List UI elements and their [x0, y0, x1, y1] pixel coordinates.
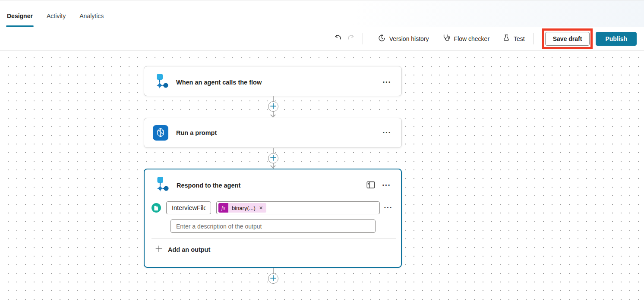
node-title: Respond to the agent — [177, 182, 358, 189]
node-header: When an agent calls the flow ··· — [144, 66, 401, 98]
node-header-actions: ··· — [366, 180, 391, 191]
add-output-button[interactable]: Add an output — [155, 244, 211, 255]
more-menu-button[interactable]: ··· — [382, 128, 392, 138]
connector-line — [273, 268, 274, 274]
publish-button[interactable]: Publish — [596, 32, 637, 46]
connector-arrow-icon — [270, 163, 276, 169]
tab-analytics-label: Analytics — [79, 13, 104, 19]
output-row-more-button[interactable]: ··· — [383, 203, 393, 213]
save-draft-highlight-area: Save draft — [545, 32, 590, 46]
test-button[interactable]: Test — [499, 31, 528, 46]
agent-flow-icon — [153, 176, 169, 194]
tab-designer[interactable]: Designer — [6, 5, 34, 27]
ai-brain-icon — [152, 125, 169, 141]
tab-activity[interactable]: Activity — [46, 5, 66, 27]
tab-analytics[interactable]: Analytics — [79, 5, 104, 27]
flow-canvas[interactable]: When an agent calls the flow ··· — [0, 51, 644, 307]
node-when-an-agent-calls-the-flow[interactable]: When an agent calls the flow ··· — [144, 66, 402, 96]
undo-button[interactable] — [331, 32, 344, 46]
plus-icon — [270, 155, 276, 162]
toolbar-divider-2 — [534, 33, 534, 44]
expression-chip-label: binary(...) — [232, 205, 256, 211]
version-history-button[interactable]: Version history — [374, 31, 432, 46]
undo-icon — [334, 34, 342, 44]
node-respond-to-the-agent[interactable]: Respond to the agent ··· — [144, 169, 402, 268]
fx-expression-icon: fx — [218, 203, 228, 213]
insert-action-plus-button[interactable] — [268, 101, 278, 112]
save-draft-button[interactable]: Save draft — [545, 32, 590, 46]
redo-icon — [347, 34, 355, 44]
node-title: When an agent calls the flow — [176, 79, 374, 86]
toolbar-divider — [363, 33, 363, 44]
file-type-badge — [152, 203, 161, 213]
node-run-a-prompt[interactable]: Run a prompt ··· — [144, 118, 402, 148]
insert-action-plus-button[interactable] — [268, 273, 278, 284]
node-header: Respond to the agent ··· — [145, 169, 401, 201]
active-tab-underline — [6, 25, 34, 27]
flow-designer-app: Designer Activity Analytics — [0, 0, 644, 307]
stethoscope-icon — [442, 34, 451, 44]
more-menu-button[interactable]: ··· — [382, 78, 392, 88]
output-name-input[interactable] — [166, 201, 211, 214]
flow-checker-button[interactable]: Flow checker — [439, 31, 493, 46]
output-description-input[interactable] — [170, 219, 376, 233]
respond-node-body: fx binary(...) ✕ ··· — [145, 201, 401, 275]
more-menu-button[interactable]: ··· — [381, 181, 391, 191]
agent-flow-icon — [152, 73, 169, 91]
output-value-input[interactable]: fx binary(...) ✕ — [216, 201, 380, 214]
history-clock-icon — [378, 34, 386, 44]
beaker-icon — [502, 34, 510, 43]
plus-icon — [155, 245, 162, 254]
description-row — [170, 219, 376, 233]
node-title: Run a prompt — [176, 129, 374, 136]
plus-icon — [270, 103, 276, 110]
add-output-label: Add an output — [168, 246, 210, 253]
redo-button[interactable] — [344, 32, 357, 46]
expression-token-chip[interactable]: fx binary(...) ✕ — [218, 203, 266, 213]
expression-chip-body: binary(...) ✕ — [228, 203, 266, 213]
connector-arrow-icon — [270, 112, 276, 118]
version-history-label: Version history — [389, 35, 429, 42]
tab-designer-label: Designer — [7, 13, 33, 19]
plus-icon — [270, 275, 276, 282]
designer-toolbar: Version history Flow checker Test — [0, 27, 644, 51]
node-header: Run a prompt ··· — [144, 118, 401, 147]
card-divider — [152, 238, 396, 239]
test-label: Test — [514, 35, 525, 42]
tab-activity-label: Activity — [47, 13, 66, 19]
remove-expression-icon[interactable]: ✕ — [259, 206, 263, 210]
side-panel-icon — [366, 181, 375, 190]
flow-checker-label: Flow checker — [454, 35, 489, 42]
insert-action-plus-button[interactable] — [268, 153, 278, 163]
open-panel-button[interactable] — [366, 180, 376, 191]
output-row: fx binary(...) ✕ ··· — [152, 201, 393, 214]
tab-strip: Designer Activity Analytics — [0, 0, 644, 27]
